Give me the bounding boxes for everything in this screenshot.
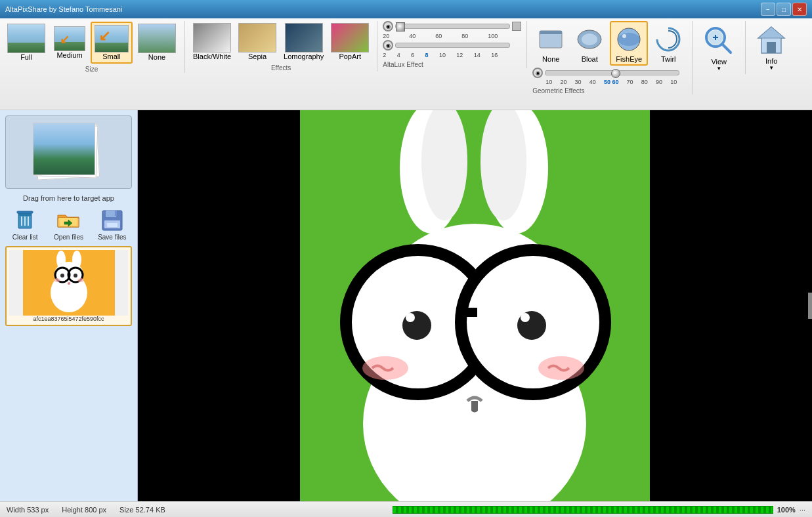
svg-point-38 — [54, 278, 60, 282]
svg-line-11 — [723, 45, 731, 52]
folder-icon — [55, 207, 81, 234]
altalux-circle-btn[interactable]: ◉ — [383, 21, 393, 31]
file-item[interactable]: afc1ea83765i5472fe590fcc — [5, 246, 132, 326]
effects-group: Black/White Sepia Lomography PopArt Effe… — [190, 21, 377, 72]
svg-point-5 — [618, 33, 640, 46]
effect-popart-button[interactable]: PopArt — [328, 21, 372, 62]
clear-list-label: Clear list — [12, 234, 38, 241]
geo-bloat-label: Bloat — [582, 55, 598, 63]
geo-slider-track[interactable] — [545, 70, 679, 75]
info-button[interactable]: Info ▼ — [751, 21, 792, 73]
height-status: Height 800 px — [62, 506, 106, 514]
full-thumb — [7, 24, 45, 53]
svg-rect-24 — [106, 211, 116, 217]
file-thumbnail — [9, 250, 128, 316]
altalux-bottom-row: ◉ — [383, 40, 521, 51]
svg-point-32 — [72, 251, 81, 269]
resize-handle[interactable] — [808, 293, 812, 319]
geo-fisheye-icon — [613, 24, 645, 55]
svg-point-36 — [60, 274, 64, 278]
geo-none-label: None — [542, 55, 559, 63]
geo-twirl-button[interactable]: Twirl — [650, 22, 687, 65]
progress-area: 100% ··· — [179, 506, 805, 514]
svg-rect-25 — [115, 211, 117, 216]
altalux-top-slider[interactable] — [395, 24, 510, 29]
zoom-icon — [702, 24, 736, 58]
size-full-label: Full — [20, 53, 32, 61]
bw-thumb — [193, 23, 231, 52]
photo-stack — [33, 123, 105, 182]
width-status: Width 533 px — [7, 506, 49, 514]
geo-none-button[interactable]: None — [532, 22, 569, 65]
sepia-thumb — [238, 23, 276, 52]
popart-label: PopArt — [339, 52, 361, 60]
svg-rect-14 — [767, 42, 776, 53]
status-bar: Width 533 px Height 800 px Size 52.74 KB… — [0, 501, 812, 517]
file-list: afc1ea83765i5472fe590fcc — [5, 246, 132, 496]
house-icon — [754, 23, 788, 57]
view-button[interactable]: View ▼ — [698, 21, 740, 74]
close-button[interactable]: ✕ — [792, 3, 807, 16]
geo-fisheye-button[interactable]: FishEye — [610, 21, 648, 66]
geo-bloat-button[interactable]: Bloat — [571, 22, 608, 65]
size-none-label: None — [148, 53, 165, 61]
geo-buttons-row: None Bloat — [532, 21, 687, 66]
svg-point-3 — [582, 33, 597, 45]
canvas-area: ||| — [138, 110, 812, 501]
size-full-button[interactable]: Full — [4, 21, 49, 64]
medium-thumb: ↙ — [54, 26, 85, 51]
save-icon — [99, 207, 125, 234]
effects-group-label: Effects — [271, 64, 291, 72]
full-thumb-img — [8, 24, 45, 52]
svg-point-31 — [56, 251, 66, 269]
size-small-button[interactable]: ↙ Small — [91, 22, 133, 64]
geo-bloat-icon — [574, 24, 605, 55]
effect-sepia-button[interactable]: Sepia — [236, 21, 279, 62]
geo-fisheye-label: FishEye — [616, 55, 642, 63]
svg-point-54 — [521, 313, 530, 322]
geo-slider-nums: 10 20 30 40 50 60 70 80 90 10 — [532, 79, 677, 85]
size-medium-button[interactable]: ↙ Medium — [51, 24, 89, 62]
info-dropdown-arrow: ▼ — [769, 65, 774, 71]
open-files-button[interactable]: Open files — [49, 207, 88, 241]
svg-point-6 — [622, 34, 626, 38]
small-thumb-container: ↙ — [95, 25, 129, 52]
geo-twirl-icon — [652, 24, 684, 55]
drag-area — [5, 115, 132, 189]
action-buttons: Clear list Open files — [5, 207, 132, 241]
zoom-status: 100% — [777, 506, 796, 514]
maximize-button[interactable]: □ — [777, 3, 791, 16]
altalux-settings-icon[interactable] — [512, 22, 521, 31]
altalux-bottom-nums: 2 4 6 8 10 12 14 16 — [383, 52, 498, 58]
save-files-button[interactable]: Save files — [93, 207, 132, 241]
minimize-button[interactable]: − — [761, 3, 775, 16]
geometric-label: Geometric Effects — [532, 87, 584, 94]
file-name: afc1ea83765i5472fe590fcc — [9, 316, 128, 322]
altalux-label: AltaLux Effect — [383, 61, 423, 68]
altalux-circle2-btn[interactable]: ◉ — [383, 40, 393, 51]
size-none-button[interactable]: None — [135, 21, 179, 64]
info-label: Info — [765, 57, 777, 65]
sepia-label: Sepia — [248, 52, 267, 60]
geo-twirl-label: Twirl — [661, 55, 676, 63]
sidebar: Drag from here to target app Clear list — [0, 110, 138, 501]
progress-bar — [393, 506, 773, 514]
info-group: Info ▼ — [751, 21, 792, 73]
drag-label: Drag from here to target app — [5, 194, 132, 202]
lomo-thumb — [285, 23, 323, 52]
trash-icon — [12, 207, 38, 234]
effects-buttons-row: Black/White Sepia Lomography PopArt — [190, 21, 372, 62]
effect-blackwhite-button[interactable]: Black/White — [190, 21, 234, 62]
main-area: Drag from here to target app Clear list — [0, 110, 812, 501]
none-thumb — [138, 24, 176, 53]
effect-lomography-button[interactable]: Lomography — [281, 21, 326, 62]
altalux-bottom-slider[interactable] — [395, 43, 510, 48]
svg-rect-1 — [540, 31, 562, 34]
clear-list-button[interactable]: Clear list — [5, 207, 45, 241]
geo-none-icon — [535, 24, 566, 55]
size-group: Full ↙ Medium ↙ Small — [4, 21, 185, 73]
size-group-label: Size — [85, 66, 98, 73]
size-buttons-row: Full ↙ Medium ↙ Small — [4, 21, 179, 64]
geo-slider-area: ◉ 10 20 30 40 50 60 70 80 90 10 — [532, 68, 687, 85]
geo-circle-icon: ◉ — [532, 68, 543, 78]
